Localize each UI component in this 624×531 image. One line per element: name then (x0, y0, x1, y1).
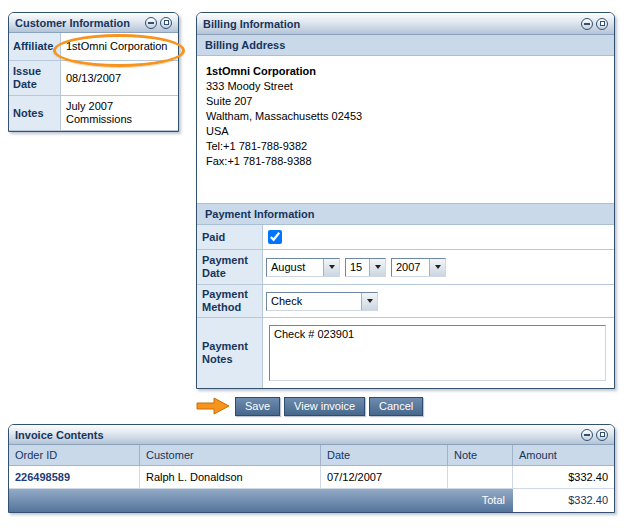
address-line: 333 Moody Street (206, 79, 605, 94)
billing-address-header: Billing Address (197, 35, 614, 56)
minus-glyph (584, 434, 590, 436)
customer-information-panel: Customer Information Affiliate 1stOmni C… (8, 12, 179, 132)
paid-row: Paid (197, 225, 614, 250)
billing-address-block: 1stOmni Corporation 333 Moody Street Sui… (197, 56, 614, 203)
view-invoice-button[interactable]: View invoice (284, 397, 365, 416)
payment-notes-label: Payment Notes (197, 318, 263, 388)
payment-month-select[interactable]: August (266, 258, 340, 277)
column-header-customer: Customer (140, 445, 321, 466)
invoice-contents-panel: Invoice Contents Order ID Customer Date … (8, 424, 615, 513)
customer-information-title: Customer Information (15, 17, 130, 29)
payment-day-value: 15 (346, 261, 369, 273)
column-header-amount: Amount (513, 445, 614, 466)
address-fax-line: Fax:+1 781-788-9388 (206, 154, 605, 169)
orange-arrow-icon (196, 396, 230, 416)
total-amount: $332.40 (513, 489, 614, 512)
minimize-icon[interactable] (581, 18, 593, 30)
customer-info-table: Affiliate 1stOmni Corporation Issue Date… (9, 33, 178, 131)
window-buttons (581, 429, 608, 441)
address-line: USA (206, 124, 605, 139)
invoice-total-row: Total $332.40 (9, 489, 614, 512)
payment-notes-textarea[interactable]: Check # 023901 (269, 325, 606, 381)
save-button[interactable]: Save (235, 397, 280, 416)
save-arrow-annotation (196, 396, 230, 416)
invoice-contents-title: Invoice Contents (15, 429, 104, 441)
amount-cell: $332.40 (513, 466, 614, 489)
chevron-down-icon (361, 293, 377, 310)
payment-information-header: Payment Information (197, 203, 614, 225)
billing-information-panel: Billing Information Billing Address 1stO… (196, 12, 615, 389)
payment-month-value: August (267, 261, 323, 273)
payment-date-label: Payment Date (197, 250, 263, 284)
chevron-down-icon (429, 259, 445, 276)
chevron-down-icon (323, 259, 339, 276)
maximize-icon[interactable] (596, 429, 608, 441)
square-glyph (164, 20, 169, 25)
address-line: Waltham, Massachusetts 02453 (206, 109, 605, 124)
issue-date-label: Issue Date (9, 61, 61, 96)
customer-information-titlebar: Customer Information (9, 13, 178, 33)
chevron-down-icon (369, 259, 385, 276)
invoice-editor-page: Customer Information Affiliate 1stOmni C… (0, 0, 624, 531)
window-buttons (145, 17, 172, 29)
payment-method-select[interactable]: Check (266, 292, 378, 311)
invoice-table-header: Order ID Customer Date Note Amount (9, 445, 614, 466)
maximize-icon[interactable] (160, 17, 172, 29)
order-id-link[interactable]: 226498589 (15, 471, 70, 483)
minimize-icon[interactable] (145, 17, 157, 29)
square-glyph (600, 21, 605, 26)
customer-cell: Ralph L. Donaldson (140, 466, 321, 489)
address-line: Suite 207 (206, 94, 605, 109)
payment-year-select[interactable]: 2007 (391, 258, 446, 277)
payment-notes-row: Payment Notes Check # 023901 (197, 318, 614, 388)
invoice-contents-titlebar: Invoice Contents (9, 425, 614, 445)
paid-label: Paid (197, 225, 263, 249)
payment-date-row: Payment Date August 15 2007 (197, 250, 614, 285)
total-label: Total (9, 489, 513, 512)
notes-value: July 2007 Commissions (61, 96, 178, 131)
payment-method-value: Check (267, 295, 361, 307)
window-buttons (581, 18, 608, 30)
billing-information-title: Billing Information (203, 18, 300, 30)
column-header-order-id: Order ID (9, 445, 140, 466)
payment-method-row: Payment Method Check (197, 285, 614, 318)
note-cell (448, 466, 513, 489)
affiliate-value: 1stOmni Corporation (61, 33, 178, 61)
invoice-table-row: 226498589 Ralph L. Donaldson 07/12/2007 … (9, 466, 614, 489)
minus-glyph (148, 22, 154, 24)
payment-method-label: Payment Method (197, 285, 263, 317)
paid-checkbox[interactable] (268, 230, 282, 244)
cancel-button[interactable]: Cancel (369, 397, 423, 416)
notes-label: Notes (9, 96, 61, 131)
issue-date-value: 08/13/2007 (61, 61, 178, 96)
payment-year-value: 2007 (392, 261, 429, 273)
form-actions: Save View invoice Cancel (196, 395, 423, 417)
billing-information-titlebar: Billing Information (197, 13, 614, 35)
payment-day-select[interactable]: 15 (345, 258, 386, 277)
address-phone-line: Tel:+1 781-788-9382 (206, 139, 605, 154)
minus-glyph (584, 23, 590, 25)
column-header-date: Date (321, 445, 448, 466)
column-header-note: Note (448, 445, 513, 466)
address-company-name: 1stOmni Corporation (206, 64, 605, 79)
square-glyph (600, 432, 605, 437)
maximize-icon[interactable] (596, 18, 608, 30)
date-cell: 07/12/2007 (321, 466, 448, 489)
minimize-icon[interactable] (581, 429, 593, 441)
affiliate-label: Affiliate (9, 33, 61, 61)
